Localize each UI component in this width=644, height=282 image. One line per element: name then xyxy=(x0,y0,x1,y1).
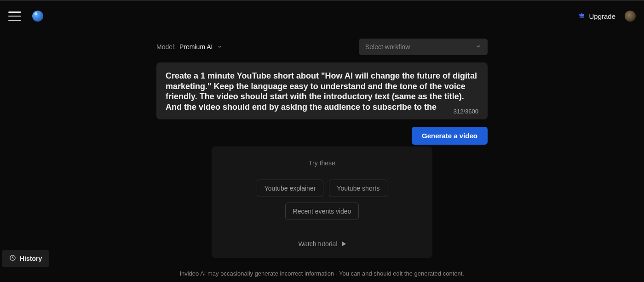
watch-tutorial-link[interactable]: Watch tutorial xyxy=(298,240,345,248)
char-count: 312/3600 xyxy=(454,108,478,115)
history-label: History xyxy=(20,255,42,262)
topbar: Upgrade xyxy=(0,1,644,25)
controls-row: Model: Premium AI Select workflow xyxy=(156,39,488,55)
play-icon xyxy=(342,242,346,246)
menu-icon[interactable] xyxy=(8,11,21,21)
model-select[interactable]: Model: Premium AI xyxy=(156,43,222,51)
topbar-right: Upgrade xyxy=(578,11,636,22)
try-these-panel: Try these Youtube explainer Youtube shor… xyxy=(212,147,432,258)
upgrade-button[interactable]: Upgrade xyxy=(578,12,615,20)
chip-row-2: Recent events video xyxy=(221,203,423,220)
chevron-down-icon xyxy=(217,44,222,50)
avatar[interactable] xyxy=(625,11,636,22)
tutorial-label: Watch tutorial xyxy=(298,240,337,248)
chevron-down-icon xyxy=(476,44,481,50)
chip-recent-events[interactable]: Recent events video xyxy=(285,203,359,220)
chip-youtube-shorts[interactable]: Youtube shorts xyxy=(329,180,387,197)
try-title: Try these xyxy=(221,159,423,167)
prompt-input[interactable]: Create a 1 minute YouTube short about "H… xyxy=(156,62,488,119)
generate-video-button[interactable]: Generate a video xyxy=(412,127,488,145)
model-prefix: Model: xyxy=(156,43,176,51)
main-column: Model: Premium AI Select workflow Create… xyxy=(156,39,488,277)
disclaimer: invideo AI may occasionally generate inc… xyxy=(156,270,488,277)
chip-youtube-explainer[interactable]: Youtube explainer xyxy=(257,180,324,197)
prompt-text: Create a 1 minute YouTube short about "H… xyxy=(166,71,478,112)
crown-icon xyxy=(578,12,585,20)
workflow-placeholder: Select workflow xyxy=(365,43,410,51)
app-logo[interactable] xyxy=(32,11,43,22)
workflow-select[interactable]: Select workflow xyxy=(359,39,488,55)
topbar-left xyxy=(8,11,43,22)
clock-icon xyxy=(9,254,16,263)
generate-row: Generate a video xyxy=(156,127,488,145)
chip-row-1: Youtube explainer Youtube shorts xyxy=(221,180,423,197)
model-value: Premium AI xyxy=(179,43,213,51)
upgrade-label: Upgrade xyxy=(589,12,615,20)
history-button[interactable]: History xyxy=(2,250,49,267)
